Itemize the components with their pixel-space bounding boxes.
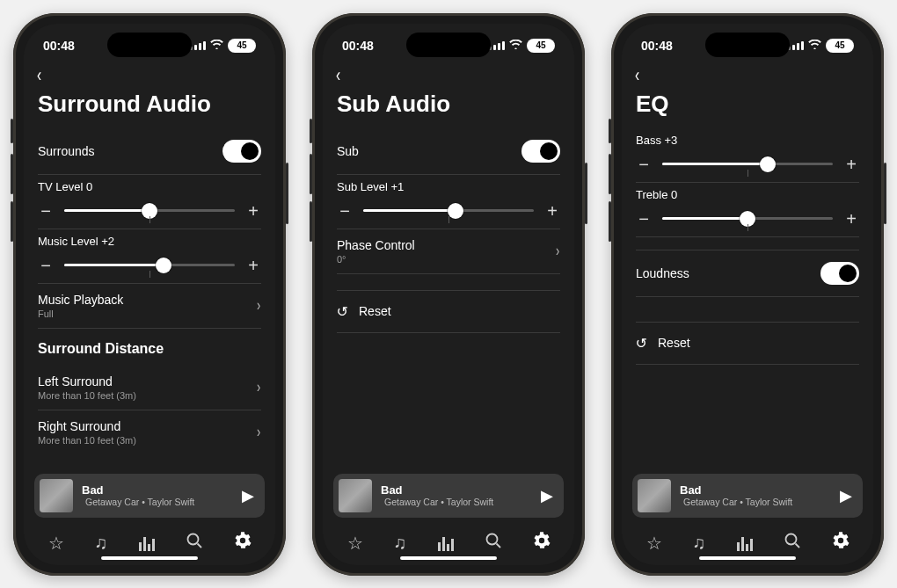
phone-eq: 00:48 45 ‹ EQ Bass +3 − [611,13,884,576]
tab-settings[interactable] [533,532,551,554]
status-time: 00:48 [43,39,75,53]
home-indicator[interactable] [699,556,796,560]
tab-browse[interactable] [737,535,753,551]
tab-search[interactable] [485,532,502,554]
surround-distance-section: Surround Distance [38,329,261,366]
tab-favorites[interactable]: ☆ [48,533,64,554]
tab-music[interactable]: ♫ [394,533,407,553]
status-time: 00:48 [342,39,374,53]
back-button[interactable]: ‹ [635,66,639,85]
dynamic-island [107,33,192,57]
page-title: Sub Audio [323,85,574,128]
music-level-label: Music Level +2 [38,235,261,248]
home-indicator[interactable] [101,556,198,560]
svg-line-1 [197,544,201,548]
reset-icon: ↻ [636,335,647,352]
dynamic-island [705,33,790,57]
music-level-slider[interactable] [64,264,235,266]
wifi-icon [509,40,522,51]
reset-icon: ↻ [337,303,348,320]
plus-icon[interactable]: + [843,210,859,228]
reset-row[interactable]: ↻ Reset [636,323,859,364]
tv-level-slider[interactable] [64,209,235,212]
wifi-icon [210,40,223,51]
plus-icon[interactable]: + [843,156,859,173]
tv-level-label: TV Level 0 [38,180,261,193]
tab-search[interactable] [186,532,203,554]
minus-icon[interactable]: − [636,156,652,173]
play-icon[interactable]: ▶ [541,486,553,505]
surrounds-label: Surrounds [38,144,222,158]
sub-toggle[interactable] [521,140,560,163]
svg-point-4 [785,534,796,545]
tab-settings[interactable] [234,532,252,554]
tab-favorites[interactable]: ☆ [646,533,662,554]
reset-row[interactable]: ↻ Reset [337,291,560,332]
dynamic-island [406,33,491,57]
back-button[interactable]: ‹ [336,66,340,85]
minus-icon[interactable]: − [337,202,353,220]
bass-slider[interactable] [662,163,833,165]
cellular-icon [489,41,505,50]
mini-player[interactable]: Bad Getaway Car • Taylor Swift ▶ [34,474,265,518]
plus-icon[interactable]: + [245,202,261,220]
treble-slider[interactable] [662,217,833,220]
reset-label: Reset [658,336,690,350]
mini-subtitle: Getaway Car • Taylor Swift [85,497,194,507]
chevron-right-icon: › [556,242,559,260]
surrounds-toggle[interactable] [222,140,261,163]
mini-subtitle: Getaway Car • Taylor Swift [683,497,792,507]
phase-control-row[interactable]: Phase Control 0° › [337,229,560,273]
mini-title: Bad [680,483,831,497]
back-button[interactable]: ‹ [37,66,41,85]
tab-music[interactable]: ♫ [95,533,108,553]
left-surround-row[interactable]: Left Surround More than 10 feet (3m) › [38,366,261,410]
phone-sub-audio: 00:48 45 ‹ Sub Audio Sub Sub Level +1 [312,13,585,576]
loudness-label: Loudness [636,266,820,280]
mini-title: Bad [381,483,532,497]
tab-search[interactable] [784,532,801,554]
battery-icon: 45 [826,39,854,53]
svg-line-3 [496,544,500,548]
cellular-icon [190,41,206,50]
status-time: 00:48 [641,39,673,53]
sub-level-slider[interactable] [363,209,534,212]
treble-label: Treble 0 [636,188,859,201]
chevron-right-icon: › [257,378,260,396]
tab-browse[interactable] [139,535,155,551]
bass-label: Bass +3 [636,134,859,147]
tab-favorites[interactable]: ☆ [347,533,363,554]
page-title: EQ [622,85,873,128]
page-title: Surround Audio [24,85,275,128]
sub-label: Sub [337,144,521,158]
mini-player[interactable]: Bad Getaway Car • Taylor Swift ▶ [333,474,564,518]
home-indicator[interactable] [400,556,497,560]
wifi-icon [808,40,821,51]
mini-subtitle: Getaway Car • Taylor Swift [384,497,493,507]
minus-icon[interactable]: − [38,202,54,220]
play-icon[interactable]: ▶ [242,486,254,505]
right-surround-row[interactable]: Right Surround More than 10 feet (3m) › [38,410,261,454]
svg-line-5 [795,544,799,548]
mini-player[interactable]: Bad Getaway Car • Taylor Swift ▶ [632,474,863,518]
battery-icon: 45 [228,39,256,53]
plus-icon[interactable]: + [544,202,560,220]
svg-point-2 [486,534,497,545]
loudness-toggle[interactable] [820,262,859,285]
tab-browse[interactable] [438,535,454,551]
sub-level-label: Sub Level +1 [337,180,560,193]
battery-icon: 45 [527,39,555,53]
music-playback-row[interactable]: Music Playback Full › [38,284,261,328]
tab-music[interactable]: ♫ [693,533,706,553]
tab-settings[interactable] [832,532,850,554]
play-icon[interactable]: ▶ [840,486,852,505]
chevron-right-icon: › [257,296,260,315]
minus-icon[interactable]: − [636,210,652,228]
minus-icon[interactable]: − [38,257,54,274]
cellular-icon [788,41,804,50]
plus-icon[interactable]: + [245,257,261,274]
album-art [638,479,671,512]
phone-surround-audio: 00:48 45 ‹ Surround Audio Surrounds [13,13,286,576]
svg-point-0 [187,534,198,545]
chevron-right-icon: › [257,423,260,441]
